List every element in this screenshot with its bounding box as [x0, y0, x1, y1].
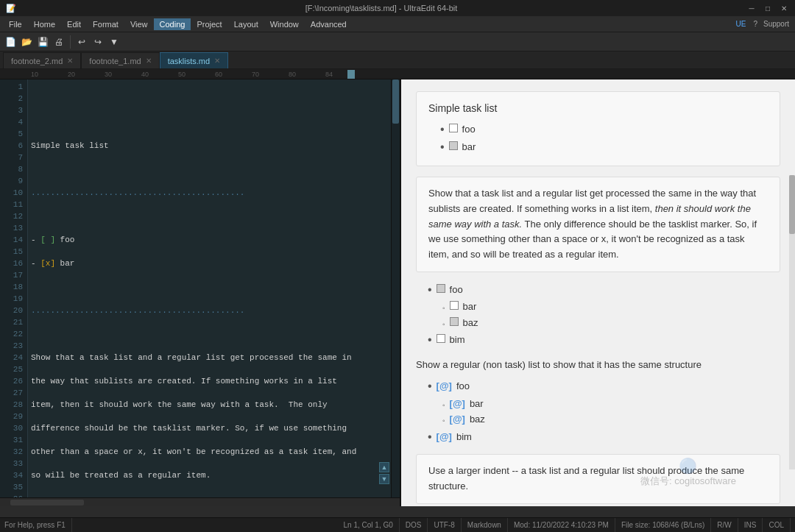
- code-line: ........................................…: [31, 187, 388, 199]
- status-filesize: File size: 1068/46 (B/Lns): [615, 518, 711, 532]
- code-area[interactable]: Simple task list .......................…: [28, 79, 391, 497]
- menu-coding[interactable]: Coding: [154, 18, 191, 30]
- toolbar-sep1: [70, 35, 71, 49]
- checkbox-checked[interactable]: [449, 141, 458, 150]
- split-btn-up[interactable]: ▲: [379, 462, 389, 472]
- toolbar-dropdown[interactable]: ▼: [107, 35, 121, 49]
- line-num: 26: [0, 375, 23, 387]
- line-num: 11: [0, 199, 23, 210]
- list-item-text: foo: [456, 379, 470, 394]
- checkbox-checked[interactable]: [450, 317, 459, 326]
- code-line: item, then it should work the same way w…: [31, 399, 388, 411]
- hscroll-thumb[interactable]: [10, 500, 84, 506]
- list-item: ◦ [@] baz: [442, 412, 780, 427]
- bullet-icon: ◦: [442, 415, 445, 426]
- line-num: 19: [0, 293, 23, 305]
- line-num: 21: [0, 316, 23, 328]
- minimize-button[interactable]: ─: [746, 3, 757, 13]
- ruler-mark: 40: [141, 71, 178, 78]
- tab-footnote2-close[interactable]: ✕: [67, 57, 73, 65]
- editor-pane[interactable]: 1 2 3 4 5 6 7 8 9 10 11 12 13 14 15 16 1…: [0, 79, 401, 506]
- status-help: For Help, press F1: [4, 518, 72, 532]
- toolbar-print[interactable]: 🖨: [52, 35, 66, 49]
- status-dos: DOS: [400, 518, 428, 532]
- sub-list: ◦ [@] bar ◦ [@] baz: [428, 397, 780, 427]
- menu-support[interactable]: Support: [760, 20, 792, 28]
- list-item: • bar: [440, 140, 768, 155]
- list-item-text: foo: [462, 122, 476, 137]
- line-num: 20: [0, 305, 23, 316]
- section4-label: Show a regular (non task) list to show t…: [416, 358, 780, 372]
- checkbox-checked[interactable]: [437, 284, 445, 293]
- close-button[interactable]: ✕: [779, 3, 789, 13]
- bullet-icon: •: [428, 333, 432, 347]
- checkbox[interactable]: [437, 334, 445, 343]
- toolbar-new[interactable]: 📄: [3, 35, 18, 49]
- bullet-icon: •: [428, 430, 432, 444]
- status-rw: R/W: [711, 518, 738, 532]
- tab-footnote2[interactable]: footnote_2.md ✕: [3, 52, 81, 68]
- status-language[interactable]: Markdown: [462, 518, 508, 532]
- menu-layout[interactable]: Layout: [228, 18, 264, 30]
- ruler-mark: 70: [252, 71, 289, 78]
- toolbar-redo[interactable]: ↪: [91, 35, 105, 49]
- toolbar: 📄 📂 💾 🖨 ↩ ↪ ▼: [0, 32, 795, 52]
- line-num: 24: [0, 352, 23, 363]
- menu-edit[interactable]: Edit: [61, 18, 87, 30]
- menu-file[interactable]: File: [3, 18, 28, 30]
- list-item-text: baz: [470, 412, 485, 427]
- code-line: [31, 328, 388, 340]
- preview-section1: Simple task list • foo • bar: [416, 91, 780, 166]
- preview-section4: • [@] foo ◦ [@] bar ◦ [@] baz: [416, 379, 780, 444]
- line-num: 28: [0, 399, 23, 411]
- menubar: File Home Edit Format View Coding Projec…: [0, 16, 795, 32]
- line-num: 31: [0, 434, 23, 446]
- list-item: • bim: [428, 333, 780, 347]
- horizontal-scrollbar[interactable]: [0, 497, 400, 506]
- line-num: 10: [0, 187, 23, 199]
- line-num: 17: [0, 269, 23, 281]
- maximize-button[interactable]: □: [763, 3, 773, 13]
- line-num: 3: [0, 104, 23, 116]
- line-num: 22: [0, 328, 23, 340]
- menu-home[interactable]: Home: [28, 18, 61, 30]
- ruler-mark: 50: [178, 71, 215, 78]
- preview-scrollbar-thumb[interactable]: [789, 175, 795, 234]
- bullet-icon: •: [428, 283, 432, 297]
- code-line: - [x] bar: [31, 258, 388, 269]
- checkbox[interactable]: [449, 124, 458, 132]
- menu-view[interactable]: View: [124, 18, 154, 30]
- list-item-text: bar: [462, 140, 476, 155]
- watermark-icon: 🔵: [640, 457, 736, 475]
- preview-scrollbar[interactable]: [789, 175, 795, 469]
- tab-tasklists[interactable]: tasklists.md ✕: [160, 52, 228, 68]
- list-item: ◦ bar: [442, 299, 780, 314]
- menu-window[interactable]: Window: [264, 18, 305, 30]
- line-num: 14: [0, 234, 23, 246]
- tab-tasklists-close[interactable]: ✕: [214, 57, 220, 65]
- line-num: 30: [0, 422, 23, 434]
- code-line: Show that a task list and a regular list…: [31, 352, 388, 363]
- menu-project[interactable]: Project: [191, 18, 227, 30]
- line-num: 7: [0, 152, 23, 163]
- tab-footnote1-close[interactable]: ✕: [146, 57, 152, 65]
- editor-scrollbar[interactable]: [391, 79, 400, 497]
- split-btn-down[interactable]: ▼: [379, 474, 389, 484]
- toolbar-save[interactable]: 💾: [35, 35, 50, 49]
- menu-help-icon[interactable]: ?: [750, 20, 760, 28]
- line-num: 16: [0, 258, 23, 269]
- line-num: 35: [0, 481, 23, 493]
- tab-footnote2-label: footnote_2.md: [11, 57, 63, 65]
- scrollbar-thumb[interactable]: [392, 79, 399, 124]
- toolbar-undo[interactable]: ↩: [74, 35, 89, 49]
- menu-format[interactable]: Format: [87, 18, 124, 30]
- menu-advanced[interactable]: Advanced: [305, 18, 353, 30]
- tab-footnote1[interactable]: footnote_1.md ✕: [81, 52, 159, 68]
- toolbar-open[interactable]: 📂: [19, 35, 34, 49]
- checkbox[interactable]: [450, 301, 459, 310]
- preview-section2-text: Show that a task list and a regular list…: [428, 188, 757, 260]
- window-controls: ─ □ ✕: [746, 3, 789, 13]
- code-line: [31, 210, 388, 222]
- ruler-mark: 84: [325, 71, 347, 78]
- list-item: • foo: [440, 122, 768, 137]
